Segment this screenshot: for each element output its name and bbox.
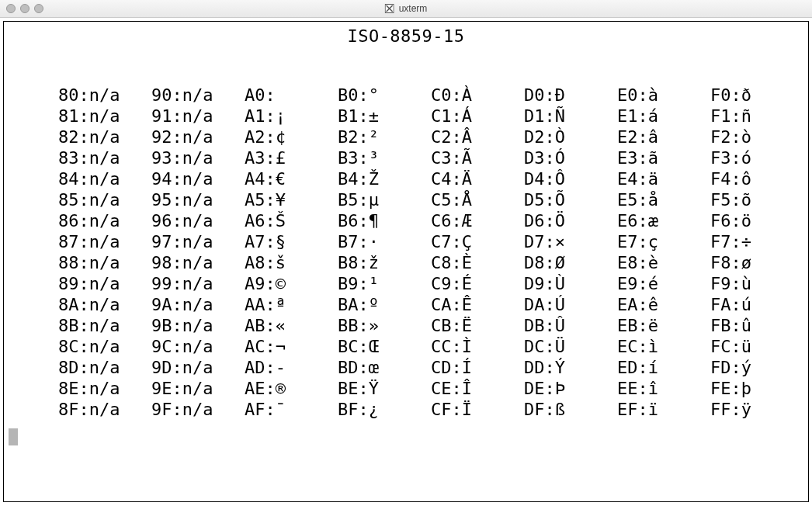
char-cell: 85:n/a <box>58 189 151 210</box>
char-cell: 8A:n/a <box>58 294 151 315</box>
char-cell: B6:¶ <box>338 210 431 231</box>
char-cell: FA:ú <box>710 294 803 315</box>
char-cell: 86:n/a <box>58 210 151 231</box>
char-cell: 89:n/a <box>58 273 151 294</box>
char-cell: FD:ý <box>710 357 803 378</box>
char-cell: 88:n/a <box>58 252 151 273</box>
char-cell: 87:n/a <box>58 231 151 252</box>
terminal-area[interactable]: ISO-8859-15 80:n/a81:n/a82:n/a83:n/a84:n… <box>3 21 809 502</box>
char-cell: DF:ß <box>524 399 617 420</box>
char-cell: 8C:n/a <box>58 336 151 357</box>
char-cell: FE:þ <box>710 378 803 399</box>
char-cell: A1:¡ <box>245 106 338 126</box>
char-cell: D3:Ó <box>524 147 617 168</box>
char-cell: 96:n/a <box>151 210 245 231</box>
char-cell: 93:n/a <box>151 147 245 168</box>
close-button[interactable] <box>6 4 16 13</box>
traffic-lights <box>0 4 43 13</box>
char-cell: A7:§ <box>245 231 338 252</box>
char-cell: AB:« <box>245 315 338 336</box>
char-cell: ED:í <box>617 357 710 378</box>
char-cell: C5:Å <box>431 189 524 210</box>
column-B: B0:°B1:±B2:²B3:³B4:ŽB5:µB6:¶B7:·B8:žB9:¹… <box>338 85 431 420</box>
char-cell: C8:È <box>431 252 524 273</box>
char-cell: A2:¢ <box>245 126 338 147</box>
char-cell: EA:ê <box>617 294 710 315</box>
char-cell: E5:å <box>617 189 710 210</box>
char-cell: B9:¹ <box>338 273 431 294</box>
char-cell: F5:õ <box>710 189 803 210</box>
char-cell: A4:€ <box>245 168 338 189</box>
char-cell: D8:Ø <box>524 252 617 273</box>
char-cell: D1:Ñ <box>524 106 617 126</box>
char-cell: CA:Ê <box>431 294 524 315</box>
terminal-cursor <box>9 428 18 445</box>
char-cell: F8:ø <box>710 252 803 273</box>
char-cell: BC:Œ <box>338 336 431 357</box>
char-cell: EF:ï <box>617 399 710 420</box>
char-cell: BD:œ <box>338 357 431 378</box>
char-cell: 99:n/a <box>151 273 245 294</box>
char-cell: CB:Ë <box>431 315 524 336</box>
char-cell: B5:µ <box>338 189 431 210</box>
char-cell: EC:ì <box>617 336 710 357</box>
char-cell: 81:n/a <box>58 106 151 126</box>
char-cell: A6:Š <box>245 210 338 231</box>
char-cell: F1:ñ <box>710 106 803 126</box>
char-cell: AD:- <box>245 357 338 378</box>
char-cell: 8D:n/a <box>58 357 151 378</box>
char-cell: F9:ù <box>710 273 803 294</box>
char-cell: B3:³ <box>338 147 431 168</box>
char-cell: CC:Ì <box>431 336 524 357</box>
char-cell: F6:ö <box>710 210 803 231</box>
char-cell: B7:· <box>338 231 431 252</box>
char-cell: E9:é <box>617 273 710 294</box>
char-cell: 82:n/a <box>58 126 151 147</box>
char-cell: A0: <box>245 85 338 106</box>
char-cell: FF:ÿ <box>710 399 803 420</box>
minimize-button[interactable] <box>20 4 29 13</box>
char-cell: A3:£ <box>245 147 338 168</box>
char-cell: 9D:n/a <box>151 357 245 378</box>
char-cell: DB:Û <box>524 315 617 336</box>
char-cell: D9:Ù <box>524 273 617 294</box>
char-cell: C3:Ã <box>431 147 524 168</box>
column-A: A0: A1:¡A2:¢A3:£A4:€A5:¥A6:ŠA7:§A8:šA9:©… <box>245 85 338 420</box>
char-cell: B1:± <box>338 106 431 126</box>
char-cell: A8:š <box>245 252 338 273</box>
char-cell: BF:¿ <box>338 399 431 420</box>
char-cell: F7:÷ <box>710 231 803 252</box>
char-cell: C2:Â <box>431 126 524 147</box>
char-cell: E4:ä <box>617 168 710 189</box>
char-cell: BB:» <box>338 315 431 336</box>
char-cell: 9F:n/a <box>151 399 245 420</box>
char-cell: 9B:n/a <box>151 315 245 336</box>
char-cell: E6:æ <box>617 210 710 231</box>
char-cell: 95:n/a <box>151 189 245 210</box>
char-cell: F2:ò <box>710 126 803 147</box>
char-cell: FC:ü <box>710 336 803 357</box>
encoding-heading: ISO-8859-15 <box>9 26 803 46</box>
char-cell: E2:â <box>617 126 710 147</box>
char-cell: D6:Ö <box>524 210 617 231</box>
char-cell: EE:î <box>617 378 710 399</box>
char-cell: 94:n/a <box>151 168 245 189</box>
char-cell: E3:ã <box>617 147 710 168</box>
char-cell: EB:ë <box>617 315 710 336</box>
char-cell: 8E:n/a <box>58 378 151 399</box>
char-cell: 9E:n/a <box>151 378 245 399</box>
char-cell: AA:ª <box>245 294 338 315</box>
char-cell: C9:É <box>431 273 524 294</box>
char-cell: 8F:n/a <box>58 399 151 420</box>
char-cell: AF:¯ <box>245 399 338 420</box>
char-cell: AE:® <box>245 378 338 399</box>
char-cell: F0:ð <box>710 85 803 106</box>
char-cell: E0:à <box>617 85 710 106</box>
char-cell: DA:Ú <box>524 294 617 315</box>
char-cell: B4:Ž <box>338 168 431 189</box>
zoom-button[interactable] <box>34 4 43 13</box>
char-cell: C4:Ä <box>431 168 524 189</box>
char-cell: BA:º <box>338 294 431 315</box>
char-cell: C6:Æ <box>431 210 524 231</box>
x11-icon <box>385 4 394 13</box>
